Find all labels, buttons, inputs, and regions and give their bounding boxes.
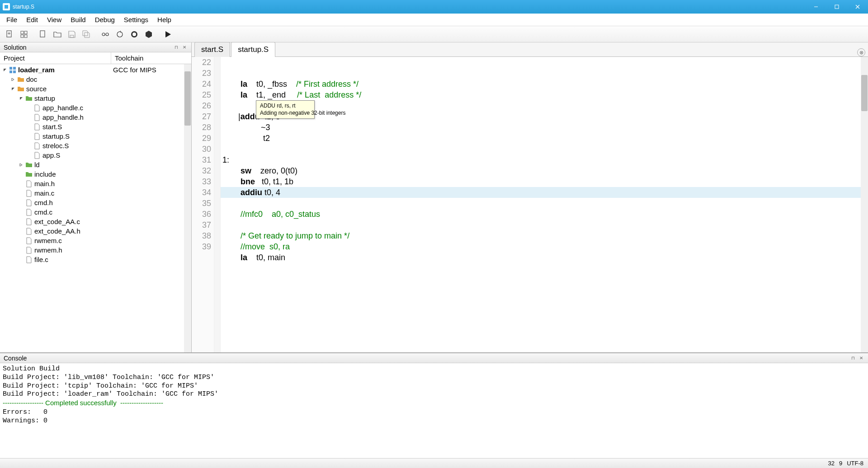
twisty-icon[interactable] — [10, 76, 16, 83]
code-line[interactable]: addiu t0, 4 — [221, 187, 861, 198]
status-col: 9 — [839, 460, 842, 467]
tree-item[interactable]: file.c — [0, 255, 191, 264]
panel-close-icon[interactable]: ✕ — [181, 44, 188, 51]
status-bar: 32 9 UTF-8 — [0, 458, 868, 468]
close-button[interactable] — [847, 0, 868, 14]
tree-root[interactable]: loader_ram — [0, 65, 191, 75]
code-line[interactable]: 1: — [221, 154, 861, 165]
rebuild-button[interactable] — [113, 28, 127, 41]
menu-file[interactable]: File — [2, 14, 22, 25]
svg-rect-12 — [40, 31, 45, 37]
code-line[interactable]: la t0, main — [221, 252, 861, 263]
tree-item[interactable]: startup.S — [0, 131, 191, 141]
menu-build[interactable]: Build — [66, 14, 90, 25]
fold-strip[interactable] — [214, 57, 221, 352]
tree-item[interactable]: rwmem.h — [0, 245, 191, 255]
run-button[interactable] — [161, 28, 175, 41]
code-line[interactable] — [221, 220, 861, 230]
twisty-icon[interactable] — [18, 162, 24, 168]
open-folder-button[interactable] — [51, 28, 64, 41]
package-button[interactable] — [142, 28, 156, 41]
menu-settings[interactable]: Settings — [119, 14, 153, 25]
code-content[interactable]: la t0, _fbss /* First address */ la t1, … — [221, 57, 861, 352]
solution-panel: Solution ⊓ ✕ Project Toolchain loader_ra… — [0, 42, 192, 352]
twisty-icon[interactable] — [18, 95, 24, 102]
tree-item[interactable]: streloc.S — [0, 141, 191, 150]
code-line[interactable]: ~3 — [221, 122, 861, 133]
file-icon — [25, 247, 33, 254]
menu-debug[interactable]: Debug — [90, 14, 119, 25]
project-tree[interactable]: loader_ramdocsourcestartupapp_handle.cap… — [0, 64, 191, 352]
code-line[interactable]: sw zero, 0(t0) — [221, 165, 861, 176]
col-toolchain[interactable]: Toolchain — [111, 52, 147, 64]
console-close-icon[interactable]: ✕ — [858, 355, 864, 361]
build-button[interactable] — [99, 28, 112, 41]
twisty-icon[interactable] — [10, 86, 16, 92]
tree-item[interactable]: app_handle.c — [0, 103, 191, 112]
console-title: Console — [4, 355, 27, 362]
minimize-button[interactable] — [806, 0, 826, 14]
tab-startup-s[interactable]: startup.S — [231, 42, 275, 57]
tree-item[interactable]: include — [0, 169, 191, 179]
menu-help[interactable]: Help — [153, 14, 176, 25]
tree-label: source — [26, 85, 47, 93]
tree-label: app_handle.h — [42, 113, 84, 121]
tab-start-s[interactable]: start.S — [194, 42, 230, 57]
panel-pin-icon[interactable]: ⊓ — [173, 44, 179, 51]
tree-item[interactable]: main.h — [0, 179, 191, 188]
tree-item[interactable]: startup — [0, 94, 191, 103]
code-line[interactable]: t2 — [221, 133, 861, 144]
tree-item[interactable]: rwmem.c — [0, 236, 191, 245]
tree-label: main.c — [34, 189, 54, 197]
svg-rect-11 — [24, 35, 27, 37]
code-line[interactable]: //move s0, ra — [221, 241, 861, 252]
tree-label: include — [34, 170, 56, 178]
save-button[interactable] — [65, 28, 79, 41]
solution-columns: Project Toolchain — [0, 52, 191, 64]
file-icon — [25, 256, 33, 263]
close-all-tabs-icon[interactable]: ⊗ — [857, 48, 865, 56]
code-line[interactable]: la t1, _end /* Last address */ — [221, 89, 861, 100]
tree-item[interactable]: ld — [0, 160, 191, 169]
solution-scrollbar[interactable] — [184, 64, 191, 352]
menu-view[interactable]: View — [42, 14, 66, 25]
save-all-button[interactable] — [80, 28, 93, 41]
tree-item[interactable]: cmd.c — [0, 207, 191, 217]
code-line[interactable]: //mfc0 a0, c0_status — [221, 209, 861, 220]
tree-label: ext_code_AA.c — [34, 218, 80, 225]
code-line[interactable] — [221, 263, 861, 274]
tree-item[interactable]: doc — [0, 75, 191, 84]
tree-item[interactable]: source — [0, 84, 191, 94]
clean-button[interactable] — [127, 28, 141, 41]
menu-edit[interactable]: Edit — [22, 14, 42, 25]
code-line[interactable]: /* Get ready to jump to main */ — [221, 230, 861, 241]
code-line[interactable] — [221, 144, 861, 154]
open-file-button[interactable] — [36, 28, 50, 41]
tree-item[interactable]: start.S — [0, 122, 191, 131]
tree-item[interactable]: app.S — [0, 150, 191, 160]
new-project-button[interactable] — [17, 28, 31, 41]
console-pin-icon[interactable]: ⊓ — [850, 355, 856, 361]
maximize-button[interactable] — [826, 0, 847, 14]
tree-item[interactable]: cmd.h — [0, 198, 191, 207]
file-icon — [33, 114, 41, 121]
new-file-button[interactable] — [3, 28, 16, 41]
code-line[interactable]: bne t0, t1, 1b — [221, 176, 861, 187]
file-icon — [25, 218, 33, 225]
editor-scrollbar[interactable] — [861, 57, 868, 352]
tree-item[interactable]: ext_code_AA.h — [0, 226, 191, 236]
tree-item[interactable]: ext_code_AA.c — [0, 217, 191, 226]
code-editor[interactable]: 222324252627282930313233343536373839 la … — [192, 57, 868, 352]
tree-label: main.h — [34, 180, 55, 187]
tree-item[interactable]: app_handle.h — [0, 112, 191, 122]
code-line[interactable] — [221, 198, 861, 209]
status-encoding: UTF-8 — [847, 460, 863, 467]
console-output[interactable]: Solution Build Build Project: 'lib_vm108… — [0, 363, 868, 458]
file-icon — [25, 199, 33, 206]
col-project[interactable]: Project — [0, 52, 111, 64]
svg-rect-22 — [13, 70, 16, 73]
editor-area: start.Sstartup.S⊗ 2223242526272829303132… — [192, 42, 868, 352]
tree-item[interactable]: main.c — [0, 188, 191, 198]
folder-icon — [17, 76, 24, 83]
code-line[interactable]: la t0, _fbss /* First address */ — [221, 79, 861, 89]
